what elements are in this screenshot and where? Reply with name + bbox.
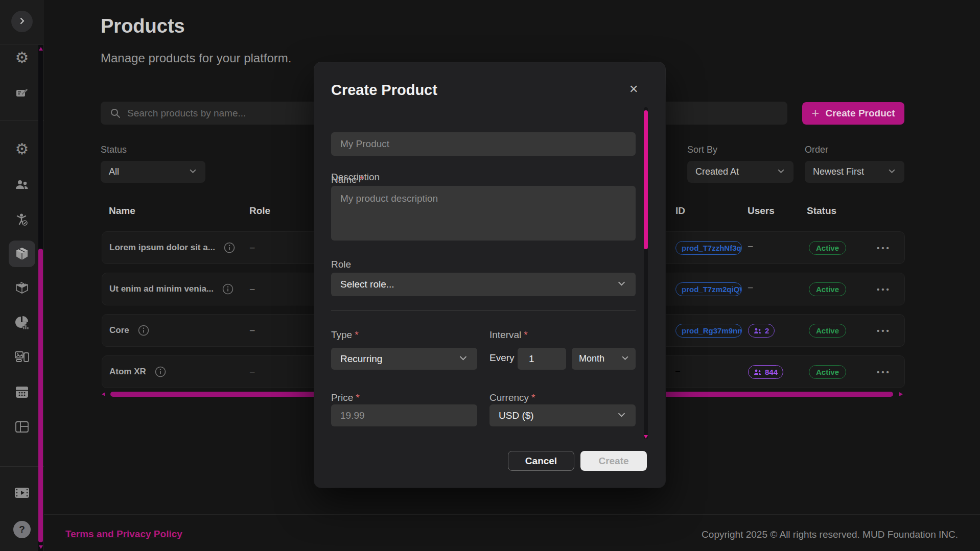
- interval-unit-select[interactable]: Month: [572, 348, 636, 370]
- chevron-down-icon: [617, 278, 626, 291]
- status-badge: Active: [809, 282, 846, 296]
- sidebar-item-media[interactable]: [9, 274, 35, 301]
- sidebar-item-layout[interactable]: [9, 414, 35, 440]
- sidebar-divider: [0, 466, 44, 467]
- description-label: Description: [331, 172, 380, 183]
- required-marker: *: [355, 329, 358, 340]
- calendar-dots-icon: [14, 385, 30, 399]
- create-product-label: Create Product: [825, 108, 895, 119]
- users-count: 2: [765, 326, 769, 335]
- package-icon: [14, 246, 30, 261]
- column-header-name: Name: [109, 205, 135, 217]
- person-check-icon: [15, 212, 29, 227]
- interval-count-input[interactable]: [518, 348, 566, 370]
- status-cell: Active: [809, 282, 846, 296]
- row-actions-menu[interactable]: •••: [871, 315, 897, 346]
- required-marker: *: [356, 392, 359, 403]
- product-description-textarea[interactable]: [331, 186, 636, 241]
- footer-divider: [44, 514, 980, 515]
- info-icon[interactable]: [137, 324, 150, 337]
- product-name-cell: Ut enim ad minim venia...: [109, 273, 234, 305]
- chevron-down-icon: [777, 166, 785, 178]
- currency-label: Currency*: [489, 392, 535, 403]
- cancel-button[interactable]: Cancel: [508, 451, 574, 471]
- sidebar-item-products[interactable]: [9, 241, 35, 267]
- sidebar-item-users[interactable]: [9, 172, 35, 198]
- product-name: Lorem ipsum dolor sit a...: [109, 243, 215, 253]
- price-input[interactable]: [331, 404, 477, 426]
- interval-label: Interval*: [489, 329, 528, 341]
- close-icon[interactable]: ✕: [629, 83, 638, 96]
- scroll-right-arrow-icon[interactable]: [899, 392, 903, 396]
- sidebar-item-videos[interactable]: [9, 480, 35, 506]
- chevron-down-icon: [617, 410, 626, 422]
- sidebar-item-preferences[interactable]: ⚙: [9, 136, 35, 162]
- users-count-badge[interactable]: 844: [748, 365, 783, 379]
- status-filter-label: Status: [101, 145, 127, 155]
- sidebar-item-devices[interactable]: [9, 344, 35, 370]
- product-id-badge[interactable]: prod_Rg37m9nnb: [675, 324, 742, 338]
- product-name: Atom XR: [109, 367, 146, 377]
- users-icon: [754, 328, 762, 334]
- product-id-badge[interactable]: prod_T7zm2qiQW: [675, 282, 742, 296]
- required-marker: *: [531, 392, 535, 403]
- sidebar-item-analytics[interactable]: [9, 309, 35, 336]
- sidebar-scrollbar-thumb[interactable]: [38, 249, 43, 542]
- create-product-button[interactable]: + Create Product: [802, 102, 904, 125]
- sidebar-item-billing[interactable]: [9, 80, 35, 106]
- product-name-cell: Lorem ipsum dolor sit a...: [109, 232, 236, 263]
- row-actions-menu[interactable]: •••: [871, 232, 897, 263]
- gallery-phone-icon: [14, 350, 30, 364]
- scroll-down-arrow-icon[interactable]: [644, 435, 648, 439]
- info-icon[interactable]: [222, 283, 234, 295]
- row-actions-menu[interactable]: •••: [871, 356, 897, 388]
- modal-divider: [331, 310, 636, 311]
- role-label: Role: [331, 259, 351, 270]
- id-cell: prod_Rg37m9nnb: [675, 324, 742, 340]
- sidebar-item-settings[interactable]: ⚙: [9, 44, 35, 71]
- chevron-down-icon: [621, 353, 629, 365]
- sidebar-item-members[interactable]: [9, 206, 35, 233]
- status-filter-select[interactable]: All: [101, 161, 205, 183]
- sidebar: ⚙ ⚙: [0, 0, 44, 551]
- order-select[interactable]: Newest First: [805, 161, 904, 183]
- role-cell: –: [250, 367, 254, 377]
- product-name-cell: Core: [109, 315, 150, 346]
- card-edit-icon: [15, 86, 29, 100]
- type-label: Type*: [331, 329, 359, 341]
- id-cell: prod_T7zm2qiQW: [675, 282, 742, 298]
- plus-icon: +: [811, 106, 819, 119]
- sidebar-expand-button[interactable]: [11, 11, 33, 32]
- sidebar-item-help[interactable]: ?: [9, 516, 35, 543]
- scroll-up-arrow-icon[interactable]: [39, 47, 43, 51]
- currency-label-text: Currency: [489, 392, 529, 403]
- info-icon[interactable]: [223, 242, 236, 254]
- role-select[interactable]: Select role...: [331, 273, 636, 296]
- sidebar-item-calendar[interactable]: [9, 379, 35, 405]
- column-header-id: ID: [675, 205, 685, 217]
- product-id-badge[interactable]: prod_T7zzhNf3q9: [675, 241, 742, 255]
- users-count-badge[interactable]: 2: [748, 324, 775, 338]
- row-actions-menu[interactable]: •••: [871, 273, 897, 305]
- required-marker: *: [524, 329, 527, 340]
- currency-value: USD ($): [499, 410, 534, 421]
- terms-privacy-link[interactable]: Terms and Privacy Policy: [65, 529, 182, 540]
- sort-by-value: Created At: [695, 166, 739, 177]
- create-button[interactable]: Create: [580, 451, 647, 471]
- product-name: Ut enim ad minim venia...: [109, 284, 214, 294]
- sort-by-label: Sort By: [687, 145, 717, 155]
- users-icon: [14, 178, 30, 191]
- users-icon: [754, 369, 762, 375]
- modal-scrollbar-thumb[interactable]: [644, 110, 648, 249]
- scroll-down-arrow-icon[interactable]: [39, 545, 43, 549]
- modal-title: Create Product: [331, 82, 437, 99]
- product-name-input[interactable]: [331, 132, 636, 156]
- order-label: Order: [805, 145, 828, 155]
- gear-icon: ⚙: [15, 141, 29, 157]
- sort-by-select[interactable]: Created At: [687, 161, 794, 183]
- type-select[interactable]: Recurring: [331, 348, 477, 370]
- scroll-left-arrow-icon[interactable]: [102, 392, 105, 396]
- info-icon[interactable]: [154, 366, 167, 378]
- currency-select[interactable]: USD ($): [489, 404, 636, 426]
- copyright-text: Copyright 2025 © All rights reserved. MU…: [702, 529, 958, 540]
